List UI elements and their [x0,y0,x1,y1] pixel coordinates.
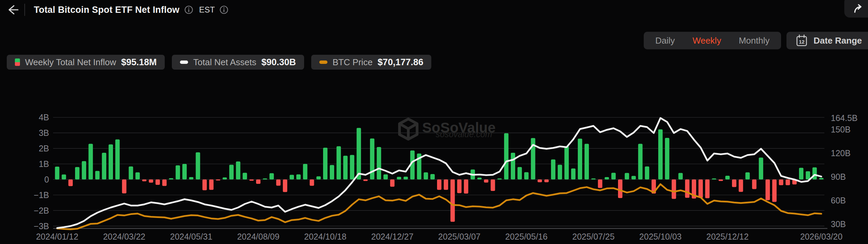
outflow-bar [464,179,468,194]
inflow-bar [115,140,120,179]
inflow-bar [196,152,200,179]
inflow-bar [604,177,609,179]
inflow-bar [370,139,374,179]
inflow-bar [504,133,508,179]
outflow-bar [732,179,736,187]
tab-monthly[interactable]: Monthly [730,32,778,49]
inflow-bar [397,177,401,179]
inflow-bar [746,172,750,179]
title-info-icon[interactable] [184,5,193,14]
outflow-bar [718,179,723,181]
btc-line-icon [319,60,327,64]
inflow-bar [55,167,60,179]
inflow-bar [243,173,247,179]
outflow-bar [283,179,287,192]
date-range-button[interactable]: 12 Date Range [786,32,868,49]
svg-text:0: 0 [44,175,49,184]
svg-text:−2B: −2B [34,206,49,215]
inflow-bar [511,153,515,179]
inflow-bar [712,178,716,179]
outflow-bar [779,179,783,185]
sosovalue-watermark: SoSoValuesosovalue.com [399,119,496,139]
svg-text:1B: 1B [39,159,49,169]
inflow-bar [223,177,227,179]
svg-text:3B: 3B [39,128,49,138]
tab-daily[interactable]: Daily [646,32,684,49]
inflow-bar [316,176,321,179]
inflow-bar [82,161,86,179]
chart-legend: Weekly Total Net Inflow $95.18M Total Ne… [7,55,431,70]
inflow-bar [551,160,555,179]
outflow-bar [437,179,441,190]
svg-text:4B: 4B [39,113,49,122]
inflow-bar [813,167,817,179]
inflow-bar [135,172,140,179]
assets-line-icon [180,60,188,64]
inflow-bar [357,128,361,179]
inflow-bar [323,148,327,179]
header-divider [24,4,25,16]
outflow-bar [685,179,689,198]
legend-item-net-assets[interactable]: Total Net Assets $90.30B [172,55,304,70]
legend-item-btc-price[interactable]: BTC Price $70,177.86 [311,55,432,70]
inflow-bar [725,176,730,179]
inflow-bar [611,173,616,179]
inflow-bar [129,166,133,179]
outflow-bar [538,179,542,182]
inflow-bar [343,156,348,179]
inflow-bar [625,173,629,179]
svg-text:2024/10/18: 2024/10/18 [304,232,346,241]
inflow-bar [229,165,234,179]
outflow-bar [544,179,549,182]
inflow-bar [806,171,810,179]
outflow-bar [451,179,455,222]
inflow-bar [377,147,381,179]
inflow-bar [424,172,428,179]
svg-text:−1B: −1B [34,190,49,200]
inflow-bar [665,138,669,179]
outflow-bar [156,179,160,185]
inflow-bar [518,167,522,179]
inflow-bar [404,177,408,179]
interval-tab-group: Daily Weekly Monthly [644,32,781,49]
outflow-bar [390,179,394,187]
calendar-icon: 12 [796,34,807,47]
svg-text:2B: 2B [39,144,49,153]
svg-text:2025/10/03: 2025/10/03 [639,232,682,241]
back-arrow-icon [5,2,20,17]
svg-text:2024/12/27: 2024/12/27 [371,232,413,241]
inflow-bar [591,178,596,179]
inflow-bar [176,165,180,179]
legend-label: BTC Price [333,57,372,68]
net-inflow-bars [55,128,824,222]
inflow-bar [638,144,643,179]
share-button[interactable] [844,0,868,18]
outflow-bar [739,179,743,192]
svg-text:−3B: −3B [34,221,49,231]
svg-text:150B: 150B [831,125,850,134]
inflow-bar [109,144,113,179]
inflow-bar [95,171,99,179]
inflow-bar [303,164,307,179]
timezone-info-icon[interactable] [220,5,228,14]
tab-weekly[interactable]: Weekly [684,32,730,49]
svg-text:2024/05/31: 2024/05/31 [170,232,212,241]
inflow-bar [337,146,341,179]
inflow-bar [678,173,683,179]
inflow-bar [290,175,294,179]
inflow-bar [632,176,636,179]
etf-dashboard-page: { "header": { "title": "Total Bitcoin Sp… [0,0,868,244]
inflow-bar [89,144,93,179]
inflow-bar [524,172,529,179]
timezone-label: EST [199,5,215,15]
back-button[interactable] [5,2,20,18]
inflow-bar [477,178,482,180]
legend-label: Total Net Assets [193,57,256,68]
svg-text:90B: 90B [831,172,846,181]
outflow-bar [484,179,488,182]
outflow-bar [752,179,756,189]
legend-item-net-inflow[interactable]: Weekly Total Net Inflow $95.18M [7,55,165,70]
outflow-bar [699,179,703,198]
outflow-bar [766,179,770,200]
outflow-bar [276,179,280,186]
